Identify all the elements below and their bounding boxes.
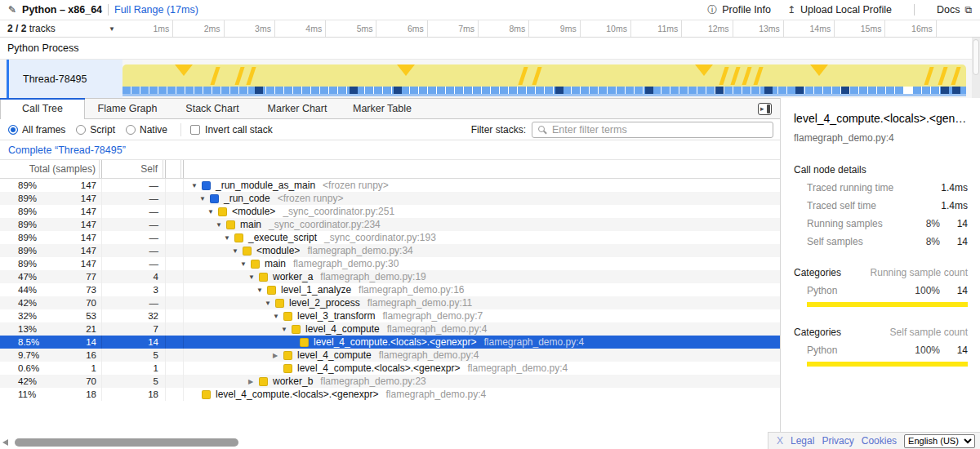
category-name: Python [794,285,907,296]
sample-dark-segment [645,87,653,94]
function-name: level_4_compute [297,349,372,361]
table-row[interactable]: 13%217▼level_4_computeflamegraph_demo.py… [0,322,780,336]
cell-spacer [166,218,184,231]
tab-marker-table[interactable]: Marker Table [340,99,425,118]
ruler-tick: 11ms [631,20,682,37]
horizontal-scrollbar-thumb[interactable] [15,438,238,447]
upload-icon: ↥ [787,4,795,16]
table-row[interactable]: 89%147—▼_run_module_as_main<frozen runpy… [0,179,780,192]
timeline-ruler: 2 / 2 tracks ▼ 1ms2ms3ms4ms5ms6ms7ms8ms9… [0,20,980,38]
scrollbar-thumb[interactable] [973,39,979,75]
total-samples: 147 [49,233,101,242]
cell-function: ▼level_1_analyzeflamegraph_demo.py:16 [184,283,780,296]
collapse-icon[interactable]: ▼ [240,260,251,268]
tab-marker-chart[interactable]: Marker Chart [255,99,340,118]
table-row[interactable]: 89%147—▼main_sync_coordinator.py:234 [0,218,780,231]
table-row[interactable]: 42%70—▼level_2_processflamegraph_demo.py… [0,296,780,309]
collapse-icon[interactable]: ▼ [248,273,259,281]
invert-callstack-toggle[interactable]: Invert call stack [190,124,273,136]
radio-all-frames[interactable]: All frames [8,124,65,136]
collapse-icon[interactable]: ▼ [199,195,210,202]
cell-self: — [102,257,166,270]
category-square-icon [234,233,243,242]
category-square-icon [283,351,292,360]
cell-function: ▼_run_code<frozen runpy> [184,192,780,205]
table-row[interactable]: 0.6%11▼level_4_compute.<locals>.<genexpr… [0,362,780,375]
table-row[interactable]: 32%5332▼level_3_transformflamegraph_demo… [0,309,780,322]
docs-link[interactable]: Docs ⧉ [937,4,972,16]
detail-value: 14 [940,218,968,229]
table-row[interactable]: 47%774▼worker_aflamegraph_demo.py:19 [0,270,780,283]
total-samples: 147 [49,220,101,229]
profile-info-button[interactable]: ⓘ Profile Info [707,3,771,17]
radio-script[interactable]: Script [76,124,115,136]
collapse-icon[interactable]: ▼ [232,247,243,255]
radio-icon[interactable] [8,125,18,135]
collapse-icon[interactable]: ▼ [191,182,202,189]
category-square-icon [259,377,268,386]
tab-stack-chart[interactable]: Stack Chart [170,99,255,118]
external-link-icon: ⧉ [964,4,972,16]
table-row[interactable]: 11%1818▼level_4_compute.<locals>.<genexp… [0,388,780,401]
footer-close-button[interactable]: X [777,435,783,447]
breadcrumb-complete-thread[interactable]: Complete “Thread-78495” [8,144,126,156]
radio-icon[interactable] [76,125,86,135]
collapse-icon[interactable]: ▼ [281,326,292,333]
cell-function: ▼level_4_compute.<locals>.<genexpr>flame… [184,388,780,401]
tab-flame-graph[interactable]: Flame Graph [85,99,170,118]
table-row[interactable]: 42%705▶worker_bflamegraph_demo.py:23 [0,375,780,388]
category-percent: 100% [907,345,940,356]
function-name: main [265,258,286,269]
collapse-icon[interactable]: ▼ [207,208,218,216]
thread-activity-graph[interactable] [122,64,966,97]
column-header-self[interactable]: Self [102,160,166,178]
sidebar-toggle-icon[interactable] [758,103,772,115]
table-row[interactable]: 89%147—▼<module>flamegraph_demo.py:34 [0,244,780,257]
file-location: <frozen runpy> [278,193,344,204]
sidebar-file-location: flamegraph_demo.py:4 [794,132,968,144]
cell-total: 89%147 [0,244,102,257]
marker-triangle-icon [695,64,713,76]
upload-profile-button[interactable]: ↥ Upload Local Profile [787,4,892,16]
divider [914,4,915,16]
cell-self: — [102,205,166,218]
radio-icon[interactable] [126,125,136,135]
collapse-icon[interactable]: ▼ [216,221,226,229]
column-header-total[interactable]: Total (samples) [0,160,102,178]
table-row[interactable]: 8.5%1414▼level_4_compute.<locals>.<genex… [0,336,780,349]
track-vertical-scrollbar[interactable] [972,38,980,98]
tab-call-tree[interactable]: Call Tree [0,99,85,118]
filter-stacks-input[interactable] [532,122,773,138]
collapse-icon[interactable]: ▼ [265,300,275,307]
cell-total: 11%18 [0,388,102,401]
table-row[interactable]: 9.7%165▶level_4_computeflamegraph_demo.p… [0,349,780,362]
table-row[interactable]: 89%147—▼_execute_script_sync_coordinator… [0,231,780,244]
sample-dark-segment [394,87,402,94]
total-percent: 13% [0,324,49,334]
collapse-icon[interactable]: ▼ [273,313,283,320]
tracks-dropdown-button[interactable]: 2 / 2 tracks ▼ [0,20,122,37]
cell-spacer [166,349,184,362]
footer-link-cookies[interactable]: Cookies [862,435,897,447]
invert-checkbox[interactable] [190,125,200,135]
function-name: level_2_process [289,297,360,309]
radio-native[interactable]: Native [126,124,167,136]
footer-link-legal[interactable]: Legal [791,435,814,447]
edit-pencil-icon[interactable]: ✎ [8,4,16,16]
process-track-header[interactable]: Python Process [0,38,980,60]
footer-link-privacy[interactable]: Privacy [822,435,853,447]
language-select[interactable]: English (US) [904,434,975,448]
table-row[interactable]: 44%733▼level_1_analyzeflamegraph_demo.py… [0,283,780,296]
collapse-icon[interactable]: ▼ [256,287,267,294]
expand-icon[interactable]: ▶ [273,352,283,359]
scroll-left-arrow-icon[interactable] [2,439,8,446]
table-row[interactable]: 89%147—▼_run_code<frozen runpy> [0,192,780,205]
collapse-icon[interactable]: ▼ [224,234,234,242]
expand-icon[interactable]: ▶ [248,378,259,385]
table-row[interactable]: 89%147—▼<module>_sync_coordinator.py:251 [0,205,780,218]
full-range-button[interactable]: Full Range (17ms) [114,4,198,16]
info-icon: ⓘ [707,3,717,17]
table-row[interactable]: 89%147—▼mainflamegraph_demo.py:30 [0,257,780,270]
file-location: _sync_coordinator.py:193 [324,232,436,243]
thread-track-label[interactable]: Thread-78495 [7,60,122,98]
